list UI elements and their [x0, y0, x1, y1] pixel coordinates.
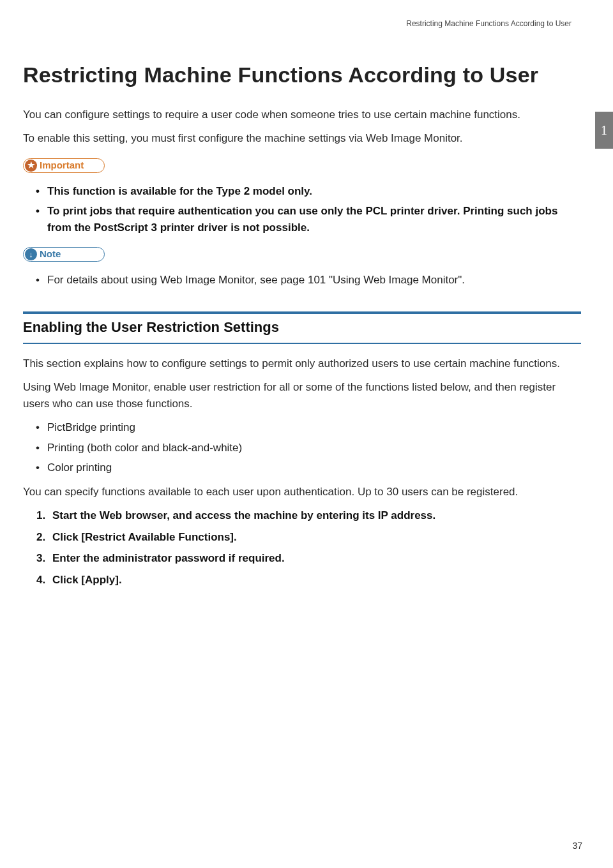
- note-list: For details about using Web Image Monito…: [23, 272, 581, 288]
- page-title: Restricting Machine Functions According …: [23, 61, 581, 89]
- list-item: Color printing: [36, 460, 581, 476]
- intro-paragraph-2: To enable this setting, you must first c…: [23, 130, 581, 147]
- step-item: Click [Apply].: [49, 572, 581, 588]
- list-item: To print jobs that require authenticatio…: [36, 203, 581, 236]
- important-label: Important: [40, 158, 84, 173]
- section-paragraph-3: You can specify functions available to e…: [23, 484, 581, 500]
- step-item: Enter the administrator password if requ…: [49, 550, 581, 567]
- function-list: PictBridge printing Printing (both color…: [23, 419, 581, 476]
- list-item: For details about using Web Image Monito…: [36, 272, 581, 288]
- section-paragraph-1: This section explains how to configure s…: [23, 355, 581, 372]
- important-list: This function is available for the Type …: [23, 183, 581, 236]
- chapter-tab: 1: [595, 112, 613, 149]
- step-item: Start the Web browser, and access the ma…: [49, 507, 581, 524]
- intro-paragraph-1: You can configure settings to require a …: [23, 107, 581, 123]
- list-item: PictBridge printing: [36, 419, 581, 436]
- step-item: Click [Restrict Available Functions].: [49, 529, 581, 546]
- steps-list: Start the Web browser, and access the ma…: [23, 507, 581, 588]
- section-paragraph-2: Using Web Image Monitor, enable user res…: [23, 379, 581, 412]
- important-callout: ★ Important: [23, 158, 105, 173]
- section-rule-top: [23, 311, 581, 314]
- section-heading: Enabling the User Restriction Settings: [23, 317, 581, 338]
- note-label: Note: [40, 247, 61, 262]
- section-rule-bottom: [23, 343, 581, 344]
- list-item: This function is available for the Type …: [36, 183, 581, 200]
- note-callout: ↓ Note: [23, 247, 105, 262]
- running-header: Restricting Machine Functions According …: [23, 18, 581, 29]
- list-item: Printing (both color and black-and-white…: [36, 440, 581, 456]
- down-arrow-icon: ↓: [25, 248, 37, 260]
- star-icon: ★: [25, 160, 37, 172]
- page-number: 37: [572, 839, 582, 853]
